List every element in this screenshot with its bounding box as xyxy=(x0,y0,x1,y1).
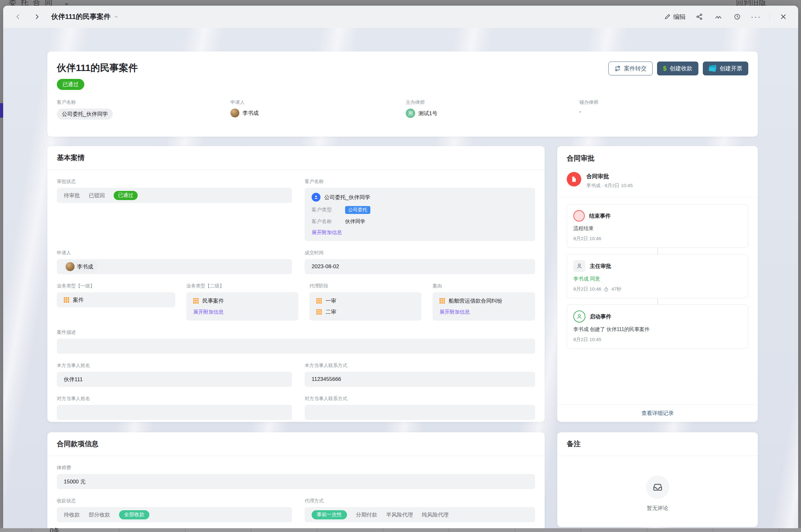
event-start[interactable]: 启动事件 李书成 创建了 伙伴111的民事案件 8月2日 10:45 xyxy=(567,304,748,349)
field-label: 本方当事人联系方式 xyxy=(305,363,535,368)
expand-info-link[interactable]: 展开附加信息 xyxy=(312,229,342,236)
expand-info-link[interactable]: 展开附加信息 xyxy=(193,309,224,316)
history-clock-icon[interactable] xyxy=(732,11,743,22)
stage-value-1: 一审 xyxy=(325,297,336,304)
modal-title-dropdown[interactable]: 伙伴111的民事案件 xyxy=(51,12,119,21)
opp-name-box xyxy=(57,405,292,420)
basic-case-card: 基本案情 审批状态 待审批 已驳回 已通过 客户名称 xyxy=(48,146,545,422)
biz-type1-box: 案件 xyxy=(57,292,175,307)
applicant-chip[interactable]: 李书成 xyxy=(230,109,259,117)
inbox-icon xyxy=(646,476,669,499)
customer-type-tag: 公司委托 xyxy=(345,206,370,214)
create-receipt-button[interactable]: $ 创建收款 xyxy=(657,61,698,75)
background-old-version-link: 回到旧版 xyxy=(736,0,766,6)
share-icon[interactable] xyxy=(694,11,705,22)
card-title: 备注 xyxy=(557,432,758,456)
field-label: 业务类型【一级】 xyxy=(57,283,175,289)
document-icon xyxy=(567,172,581,187)
biz-type2-box: 民事案件 展开附加信息 xyxy=(186,292,298,321)
option-pending: 待审批 xyxy=(64,192,80,199)
lead-lawyer-name: 测试1号 xyxy=(418,110,437,117)
event-time: 8月2日 10:45 xyxy=(573,337,601,343)
nav-arrows xyxy=(13,11,42,22)
person-icon xyxy=(573,310,585,322)
avatar: 测 xyxy=(406,109,415,118)
lawyer-fee-value: 15000 元 xyxy=(64,478,86,485)
contract-approval-card: 合同审批 合同审批 李书成 · 8月2日 10:45 结束事件 流程结束 xyxy=(557,146,758,422)
field-party-name: 本方当事人姓名 伙伴111 xyxy=(57,363,292,387)
field-approval-status: 审批状态 待审批 已驳回 已通过 xyxy=(57,178,292,241)
basic-case-body: 审批状态 待审批 已驳回 已通过 客户名称 xyxy=(48,170,545,422)
card-title: 基本案情 xyxy=(48,146,545,170)
customer-tag[interactable]: 公司委托_伙伴同学 xyxy=(57,109,113,119)
contract-payment-card: 合同款项信息 律师费 15000 元 收款状态 待收款 部分收款 全部收款 xyxy=(48,432,545,528)
edit-button[interactable]: 编辑 xyxy=(664,13,686,21)
agency-mode-box: 事前一次性 分期付款 半风险代理 纯风险代理 xyxy=(305,507,535,522)
create-invoice-button[interactable]: 创建开票 xyxy=(703,61,748,75)
card-title: 合同审批 xyxy=(557,146,758,169)
dollar-icon: $ xyxy=(663,65,667,72)
field-label: 申请人 xyxy=(230,99,406,106)
approval-head-item[interactable]: 合同审批 李书成 · 8月2日 10:45 xyxy=(557,169,758,197)
header-fields: 客户名称 公司委托_伙伴同学 申请人 李书成 主办律师 测测试1号 辅办律师 - xyxy=(57,99,748,119)
field-label: 成交时间 xyxy=(305,250,535,256)
field-deal-date: 成交时间 2023-08-02 xyxy=(305,250,535,274)
option-upfront-selected: 事前一次性 xyxy=(312,510,347,519)
deal-date-value: 2023-08-02 xyxy=(312,264,339,270)
customer-link[interactable]: 公司委托_伙伴同学 xyxy=(324,194,370,201)
event-end[interactable]: 结束事件 流程结束 8月2日 10:46 xyxy=(567,204,748,248)
assist-lawyer-value: - xyxy=(579,109,581,115)
close-icon[interactable] xyxy=(778,11,789,22)
grid-icon xyxy=(193,298,199,304)
party-name-value: 伙伴111 xyxy=(64,376,83,383)
case-transfer-button[interactable]: 案件转交 xyxy=(609,61,653,75)
grid-icon xyxy=(440,298,445,304)
event-title: 启动事件 xyxy=(590,313,611,320)
person-icon xyxy=(573,260,585,272)
event-time: 8月2日 10:46 xyxy=(573,286,601,292)
field-label: 业务类型【二级】 xyxy=(186,283,298,289)
create-invoice-label: 创建开票 xyxy=(720,65,742,72)
view-detail-records-link[interactable]: 查看详细记录 xyxy=(557,404,758,422)
party-contact-box: 1123455666 xyxy=(305,372,535,387)
biz-type1-value: 案件 xyxy=(73,296,84,304)
field-label: 客户名称 xyxy=(57,99,230,106)
field-lead-lawyer: 主办律师 测测试1号 xyxy=(406,99,579,119)
field-label: 审批状态 xyxy=(57,178,292,185)
avatar xyxy=(66,262,75,271)
field-applicant: 申请人 李书成 xyxy=(230,99,406,119)
applicant-name: 李书成 xyxy=(77,263,93,270)
modal-titlebar: 伙伴111的民事案件 编辑 ··· xyxy=(3,6,798,28)
expand-info-link[interactable]: 展开附加信息 xyxy=(440,309,470,316)
back-button[interactable] xyxy=(13,11,23,22)
option-pure-risk: 纯风险代理 xyxy=(422,511,449,518)
stage-box: 一审 二审 xyxy=(310,292,422,321)
event-manager-approval[interactable]: 主任审批 李书成 同意 8月2日 10:46 47秒 xyxy=(567,254,748,298)
field-biz-type-1: 业务类型【一级】 案件 xyxy=(57,283,175,321)
field-label: 主办律师 xyxy=(406,99,579,106)
party-contact-value: 1123455666 xyxy=(312,376,341,382)
lead-lawyer-chip[interactable]: 测测试1号 xyxy=(406,109,437,118)
follow-icon[interactable] xyxy=(713,11,724,22)
event-time: 8月2日 10:46 xyxy=(573,236,601,242)
customer-detail-box: 公司委托_伙伴同学 客户类型公司委托 客户名称伙伴同学 展开附加信息 xyxy=(305,188,535,241)
timeline-connector xyxy=(657,298,658,304)
forward-button[interactable] xyxy=(32,11,42,22)
more-menu-button[interactable]: ··· xyxy=(751,12,761,21)
field-lawyer-fee: 律师费 15000 元 xyxy=(57,465,535,489)
case-header-card: 伙伴111的民事案件 已通过 案件转交 $ 创建收款 创建开票 xyxy=(48,52,758,137)
empty-text: 暂无评论 xyxy=(647,505,668,512)
event-duration: 47秒 xyxy=(611,286,621,292)
empty-state: 暂无评论 xyxy=(557,476,758,512)
timeline-connector xyxy=(657,248,658,254)
kv-key: 客户类型 xyxy=(312,207,342,213)
applicant-name: 李书成 xyxy=(242,110,259,117)
grid-icon xyxy=(316,309,322,315)
field-case-desc: 案件描述 xyxy=(57,329,535,354)
status-badge: 已通过 xyxy=(57,79,84,90)
field-cause: 案由 船舶营运借款合同纠纷 展开附加信息 xyxy=(432,283,535,321)
receive-status-box: 待收款 部分收款 全部收款 xyxy=(57,507,292,522)
event-desc: 流程结束 xyxy=(573,225,742,232)
grid-icon xyxy=(316,298,322,304)
screen: 委托合同 ⌄ 回到旧版 伙伴111的民事案件 xyxy=(0,0,801,532)
